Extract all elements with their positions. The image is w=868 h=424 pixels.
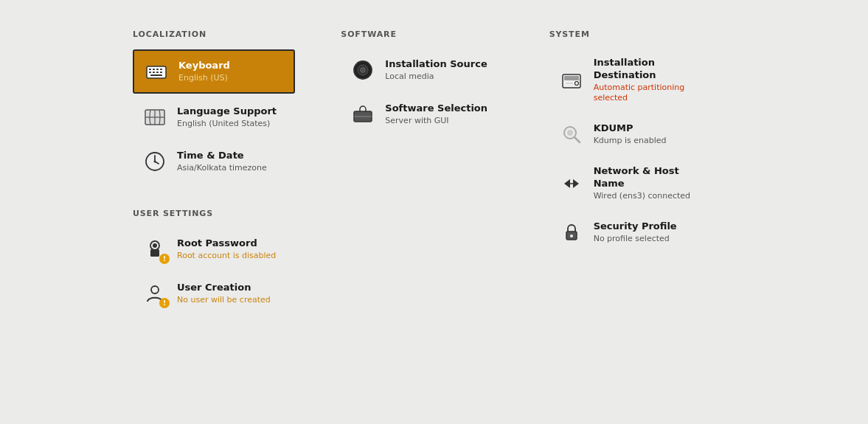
user-creation-text: User Creation No user will be created: [177, 282, 271, 305]
installation-source-item[interactable]: Installation Source Local media: [341, 49, 503, 91]
localization-title: LOCALIZATION: [133, 29, 319, 39]
language-support-subtitle: English (United States): [177, 119, 277, 129]
lock-icon: [558, 219, 585, 246]
user-creation-subtitle: No user will be created: [177, 295, 271, 305]
installation-source-title: Installation Source: [385, 58, 487, 71]
language-support-title: Language Support: [177, 105, 277, 118]
user-creation-item[interactable]: ! User Creation No user will be created: [133, 273, 295, 314]
software-selection-item[interactable]: Software Selection Server with GUI: [341, 94, 503, 135]
system-section: SYSTEM Installation Destination Automati…: [549, 29, 735, 317]
svg-rect-2: [153, 69, 155, 70]
installation-destination-title: Installation Destination: [594, 57, 703, 82]
kdump-text: KDUMP Kdump is enabled: [594, 122, 667, 146]
language-icon: [142, 104, 168, 131]
installation-source-subtitle: Local media: [385, 72, 487, 82]
svg-rect-28: [564, 76, 579, 80]
user-creation-warning-badge: !: [159, 298, 170, 308]
root-password-icon: !: [142, 236, 168, 263]
clock-icon: [142, 148, 168, 175]
keyboard-text: Keyboard English (US): [178, 60, 230, 83]
security-profile-item[interactable]: Security Profile No profile selected: [549, 212, 712, 253]
software-selection-text: Software Selection Server with GUI: [385, 102, 487, 126]
disc-icon: [350, 57, 376, 83]
keyboard-subtitle: English (US): [178, 73, 230, 83]
localization-section: LOCALIZATION: [133, 29, 319, 317]
svg-rect-8: [160, 72, 162, 73]
svg-rect-4: [160, 69, 162, 70]
installation-destination-text: Installation Destination Automatic parti…: [594, 57, 703, 103]
network-hostname-title: Network & Host Name: [594, 165, 703, 190]
time-date-item[interactable]: Time & Date Asia/Kolkata timezone: [133, 141, 295, 182]
svg-rect-18: [150, 249, 159, 257]
kdump-subtitle: Kdump is enabled: [594, 136, 667, 146]
time-date-title: Time & Date: [177, 150, 267, 162]
software-selection-title: Software Selection: [385, 102, 487, 115]
svg-point-20: [151, 286, 159, 293]
user-settings-title: USER SETTINGS: [133, 209, 319, 218]
svg-rect-3: [156, 69, 159, 70]
svg-point-33: [567, 130, 573, 136]
keyboard-item[interactable]: Keyboard English (US): [133, 49, 295, 94]
security-profile-title: Security Profile: [594, 220, 677, 233]
root-password-subtitle: Root account is disabled: [177, 251, 276, 261]
svg-point-24: [362, 69, 364, 72]
root-password-item[interactable]: ! Root Password Root account is disabled: [133, 229, 295, 270]
security-profile-subtitle: No profile selected: [594, 234, 677, 244]
svg-rect-9: [150, 74, 162, 76]
software-title: SOFTWARE: [341, 29, 527, 39]
svg-line-32: [574, 137, 580, 142]
svg-rect-5: [149, 72, 151, 73]
installation-destination-item[interactable]: Installation Destination Automatic parti…: [549, 49, 712, 111]
user-creation-icon: !: [142, 280, 168, 307]
svg-rect-1: [149, 69, 151, 70]
user-creation-title: User Creation: [177, 282, 271, 294]
security-profile-text: Security Profile No profile selected: [594, 220, 677, 244]
installation-destination-subtitle: Automatic partitioning selected: [594, 83, 703, 104]
network-hostname-subtitle: Wired (ens3) connected: [594, 191, 703, 201]
time-date-text: Time & Date Asia/Kolkata timezone: [177, 150, 267, 173]
language-support-item[interactable]: Language Support English (United States): [133, 97, 295, 138]
harddisk-icon: [558, 67, 585, 94]
main-container: LOCALIZATION: [0, 0, 868, 424]
keyboard-icon: [143, 58, 170, 85]
svg-rect-7: [156, 72, 159, 73]
user-settings-section: USER SETTINGS ! Root Password Root accou…: [133, 209, 319, 314]
installation-source-text: Installation Source Local media: [385, 58, 487, 82]
kdump-title: KDUMP: [594, 122, 667, 135]
search-icon: [558, 121, 585, 147]
kdump-item[interactable]: KDUMP Kdump is enabled: [549, 114, 712, 155]
root-password-warning-badge: !: [159, 254, 170, 264]
svg-point-16: [154, 161, 156, 163]
network-icon: [558, 170, 585, 197]
svg-rect-6: [153, 72, 155, 73]
network-hostname-item[interactable]: Network & Host Name Wired (ens3) connect…: [549, 158, 712, 209]
svg-point-19: [153, 243, 157, 248]
sections-wrapper: LOCALIZATION: [133, 29, 735, 317]
time-date-subtitle: Asia/Kolkata timezone: [177, 163, 267, 173]
svg-point-36: [570, 234, 573, 237]
language-support-text: Language Support English (United States): [177, 105, 277, 129]
root-password-title: Root Password: [177, 237, 276, 250]
software-section: SOFTWARE Installation Source Local media: [341, 29, 527, 317]
network-hostname-text: Network & Host Name Wired (ens3) connect…: [594, 165, 703, 201]
system-title: SYSTEM: [549, 29, 735, 39]
keyboard-title: Keyboard: [178, 60, 230, 72]
root-password-text: Root Password Root account is disabled: [177, 237, 276, 261]
software-selection-subtitle: Server with GUI: [385, 116, 487, 126]
briefcase-icon: [350, 101, 376, 128]
